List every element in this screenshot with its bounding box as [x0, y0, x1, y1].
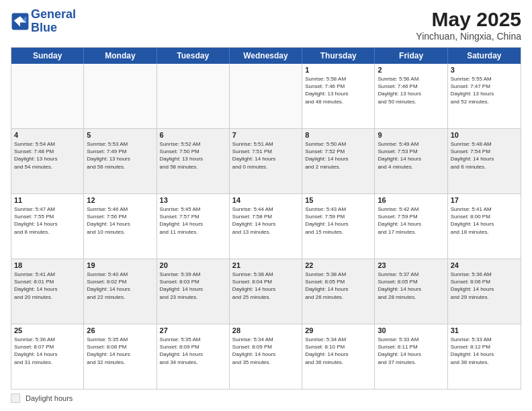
day-number: 5	[87, 131, 153, 139]
calendar-row: 11Sunrise: 5:47 AM Sunset: 7:55 PM Dayli…	[11, 194, 521, 259]
day-number: 1	[305, 66, 371, 74]
calendar-cell: 21Sunrise: 5:38 AM Sunset: 8:04 PM Dayli…	[230, 259, 302, 324]
day-info: Sunrise: 5:45 AM Sunset: 7:57 PM Dayligh…	[160, 205, 226, 236]
day-number: 23	[378, 261, 444, 269]
logo: General Blue	[11, 8, 76, 35]
day-number: 10	[451, 131, 518, 139]
page: General Blue May 2025 Yinchuan, Ningxia,…	[0, 0, 532, 411]
day-number: 7	[232, 131, 299, 139]
calendar-cell: 15Sunrise: 5:43 AM Sunset: 7:59 PM Dayli…	[302, 194, 375, 259]
day-info: Sunrise: 5:58 AM Sunset: 7:46 PM Dayligh…	[305, 75, 371, 105]
weekday-header: Saturday	[448, 48, 521, 64]
calendar: SundayMondayTuesdayWednesdayThursdayFrid…	[11, 47, 521, 390]
day-number: 11	[14, 196, 81, 204]
calendar-cell: 6Sunrise: 5:52 AM Sunset: 7:50 PM Daylig…	[157, 129, 230, 193]
day-number: 21	[232, 261, 299, 269]
calendar-cell: 30Sunrise: 5:33 AM Sunset: 8:11 PM Dayli…	[375, 324, 447, 389]
calendar-cell	[84, 64, 157, 128]
day-info: Sunrise: 5:33 AM Sunset: 8:12 PM Dayligh…	[451, 336, 518, 366]
day-info: Sunrise: 5:49 AM Sunset: 7:53 PM Dayligh…	[378, 140, 444, 171]
day-info: Sunrise: 5:39 AM Sunset: 8:03 PM Dayligh…	[160, 271, 226, 301]
day-number: 17	[451, 196, 518, 204]
day-info: Sunrise: 5:37 AM Sunset: 8:05 PM Dayligh…	[378, 271, 444, 301]
calendar-cell: 2Sunrise: 5:56 AM Sunset: 7:46 PM Daylig…	[375, 64, 447, 128]
day-info: Sunrise: 5:40 AM Sunset: 8:02 PM Dayligh…	[87, 271, 153, 301]
calendar-cell: 16Sunrise: 5:42 AM Sunset: 7:59 PM Dayli…	[375, 194, 447, 259]
day-info: Sunrise: 5:34 AM Sunset: 8:10 PM Dayligh…	[305, 336, 371, 366]
day-info: Sunrise: 5:50 AM Sunset: 7:52 PM Dayligh…	[305, 140, 371, 171]
header: General Blue May 2025 Yinchuan, Ningxia,…	[11, 8, 521, 42]
calendar-cell: 23Sunrise: 5:37 AM Sunset: 8:05 PM Dayli…	[375, 259, 447, 324]
day-number: 6	[160, 131, 226, 139]
day-info: Sunrise: 5:47 AM Sunset: 7:55 PM Dayligh…	[14, 205, 81, 236]
calendar-cell: 1Sunrise: 5:58 AM Sunset: 7:46 PM Daylig…	[302, 64, 375, 128]
weekday-header: Friday	[375, 48, 447, 64]
calendar-row: 25Sunrise: 5:36 AM Sunset: 8:07 PM Dayli…	[11, 324, 521, 389]
day-number: 15	[305, 196, 371, 204]
calendar-cell: 27Sunrise: 5:35 AM Sunset: 8:09 PM Dayli…	[157, 324, 230, 389]
calendar-cell: 28Sunrise: 5:34 AM Sunset: 8:09 PM Dayli…	[230, 324, 302, 389]
day-number: 24	[451, 261, 518, 269]
title-block: May 2025 Yinchuan, Ningxia, China	[416, 8, 521, 42]
day-number: 3	[451, 66, 518, 74]
calendar-cell: 4Sunrise: 5:54 AM Sunset: 7:48 PM Daylig…	[11, 129, 84, 193]
day-number: 31	[451, 326, 518, 334]
day-info: Sunrise: 5:41 AM Sunset: 8:01 PM Dayligh…	[14, 271, 81, 301]
calendar-cell	[157, 64, 230, 128]
weekday-header: Monday	[84, 48, 157, 64]
day-number: 2	[378, 66, 444, 74]
calendar-cell: 12Sunrise: 5:46 AM Sunset: 7:56 PM Dayli…	[84, 194, 157, 259]
day-info: Sunrise: 5:44 AM Sunset: 7:58 PM Dayligh…	[232, 205, 299, 236]
day-info: Sunrise: 5:33 AM Sunset: 8:11 PM Dayligh…	[378, 336, 444, 366]
weekday-header: Thursday	[302, 48, 375, 64]
day-number: 18	[14, 261, 81, 269]
day-number: 26	[87, 326, 153, 334]
day-number: 19	[87, 261, 153, 269]
day-number: 29	[305, 326, 371, 334]
calendar-cell: 22Sunrise: 5:38 AM Sunset: 8:05 PM Dayli…	[302, 259, 375, 324]
day-info: Sunrise: 5:35 AM Sunset: 8:09 PM Dayligh…	[160, 336, 226, 366]
day-info: Sunrise: 5:54 AM Sunset: 7:48 PM Dayligh…	[14, 140, 81, 171]
subtitle: Yinchuan, Ningxia, China	[416, 31, 521, 42]
calendar-header: SundayMondayTuesdayWednesdayThursdayFrid…	[11, 48, 521, 64]
calendar-cell: 9Sunrise: 5:49 AM Sunset: 7:53 PM Daylig…	[375, 129, 447, 193]
day-number: 9	[378, 131, 444, 139]
day-number: 13	[160, 196, 226, 204]
calendar-cell: 31Sunrise: 5:33 AM Sunset: 8:12 PM Dayli…	[448, 324, 521, 389]
calendar-cell: 11Sunrise: 5:47 AM Sunset: 7:55 PM Dayli…	[11, 194, 84, 259]
calendar-cell: 20Sunrise: 5:39 AM Sunset: 8:03 PM Dayli…	[157, 259, 230, 324]
day-info: Sunrise: 5:35 AM Sunset: 8:08 PM Dayligh…	[87, 336, 153, 366]
day-info: Sunrise: 5:36 AM Sunset: 8:06 PM Dayligh…	[451, 271, 518, 301]
day-info: Sunrise: 5:51 AM Sunset: 7:51 PM Dayligh…	[232, 140, 299, 171]
day-number: 20	[160, 261, 226, 269]
calendar-cell: 19Sunrise: 5:40 AM Sunset: 8:02 PM Dayli…	[84, 259, 157, 324]
day-number: 28	[232, 326, 299, 334]
legend-label: Daylight hours	[26, 394, 73, 402]
calendar-cell: 13Sunrise: 5:45 AM Sunset: 7:57 PM Dayli…	[157, 194, 230, 259]
day-info: Sunrise: 5:43 AM Sunset: 7:59 PM Dayligh…	[305, 205, 371, 236]
main-title: May 2025	[416, 8, 521, 31]
day-number: 16	[378, 196, 444, 204]
weekday-header: Tuesday	[157, 48, 230, 64]
calendar-cell: 3Sunrise: 5:55 AM Sunset: 7:47 PM Daylig…	[448, 64, 521, 128]
day-info: Sunrise: 5:34 AM Sunset: 8:09 PM Dayligh…	[232, 336, 299, 366]
calendar-cell: 14Sunrise: 5:44 AM Sunset: 7:58 PM Dayli…	[230, 194, 302, 259]
day-info: Sunrise: 5:42 AM Sunset: 7:59 PM Dayligh…	[378, 205, 444, 236]
day-info: Sunrise: 5:38 AM Sunset: 8:04 PM Dayligh…	[232, 271, 299, 301]
calendar-cell: 8Sunrise: 5:50 AM Sunset: 7:52 PM Daylig…	[302, 129, 375, 193]
day-number: 12	[87, 196, 153, 204]
calendar-row: 1Sunrise: 5:58 AM Sunset: 7:46 PM Daylig…	[11, 64, 521, 129]
logo-icon	[11, 12, 30, 31]
legend-box	[11, 394, 20, 403]
day-info: Sunrise: 5:36 AM Sunset: 8:07 PM Dayligh…	[14, 336, 81, 366]
calendar-row: 18Sunrise: 5:41 AM Sunset: 8:01 PM Dayli…	[11, 259, 521, 324]
calendar-cell: 5Sunrise: 5:53 AM Sunset: 7:49 PM Daylig…	[84, 129, 157, 193]
calendar-cell: 17Sunrise: 5:41 AM Sunset: 8:00 PM Dayli…	[448, 194, 521, 259]
day-number: 4	[14, 131, 81, 139]
day-number: 22	[305, 261, 371, 269]
logo-text: General Blue	[31, 8, 76, 35]
day-number: 25	[14, 326, 81, 334]
day-info: Sunrise: 5:38 AM Sunset: 8:05 PM Dayligh…	[305, 271, 371, 301]
day-number: 30	[378, 326, 444, 334]
calendar-cell: 26Sunrise: 5:35 AM Sunset: 8:08 PM Dayli…	[84, 324, 157, 389]
